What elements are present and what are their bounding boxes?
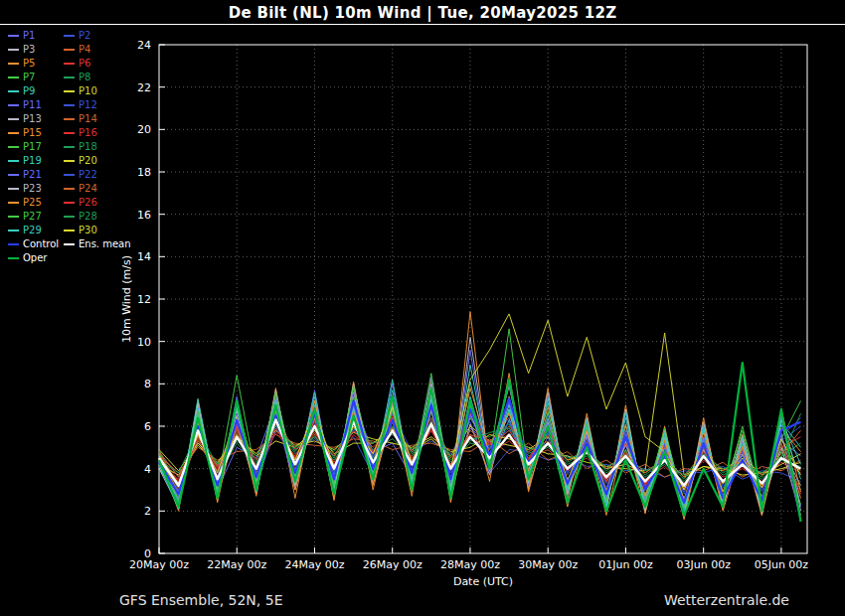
x-tick-label: 20May 00z <box>129 558 189 571</box>
chart-plot: 02468101214161820222420May 00z22May 00z2… <box>0 0 845 616</box>
x-tick-label: 24May 00z <box>284 558 344 571</box>
y-tick-label: 2 <box>144 505 151 518</box>
y-tick-label: 18 <box>137 166 151 179</box>
y-tick-label: 16 <box>137 209 151 222</box>
x-tick-label: 26May 00z <box>363 558 422 571</box>
ensemble-chart-page: De Bilt (NL) 10m Wind | Tue, 20May2025 1… <box>0 0 845 616</box>
x-tick-label: 28May 00z <box>440 558 500 571</box>
x-axis-label: Date (UTC) <box>453 575 513 588</box>
y-tick-label: 22 <box>137 81 151 94</box>
y-tick-label: 24 <box>137 39 151 52</box>
x-tick-label: 01Jun 00z <box>598 558 653 571</box>
y-tick-label: 12 <box>137 293 151 306</box>
x-tick-label: 05Jun 00z <box>755 558 809 571</box>
y-tick-label: 4 <box>144 463 151 476</box>
y-tick-label: 10 <box>137 336 151 349</box>
y-tick-label: 6 <box>144 420 151 433</box>
x-tick-label: 30May 00z <box>518 558 578 571</box>
y-tick-label: 8 <box>144 378 151 390</box>
footer-dataset-label: GFS Ensemble, 52N, 5E <box>119 592 283 608</box>
y-axis-label: 10m Wind (m/s) <box>120 255 133 343</box>
y-tick-label: 14 <box>137 250 151 263</box>
y-tick-label: 20 <box>137 123 151 136</box>
footer-site-label: Wetterzentrale.de <box>664 592 789 608</box>
x-tick-label: 22May 00z <box>207 558 266 571</box>
x-tick-label: 03Jun 00z <box>676 558 731 571</box>
